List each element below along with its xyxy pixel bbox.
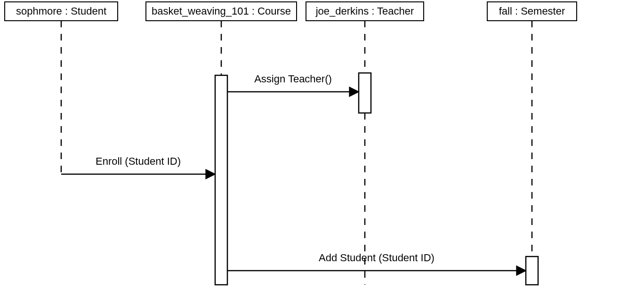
activation-teacher [359,73,371,113]
participant-label-semester: fall : Semester [499,5,565,17]
activation-course [215,75,227,285]
message-label-2: Add Student (Student ID) [319,252,435,264]
activation-semester [526,257,538,285]
participant-label-teacher: joe_derkins : Teacher [315,5,414,17]
participant-label-student: sophmore : Student [16,5,106,17]
participant-label-course: basket_weaving_101 : Course [152,5,291,17]
message-label-0: Assign Teacher() [254,73,332,85]
message-label-1: Enroll (Student ID) [96,155,181,167]
